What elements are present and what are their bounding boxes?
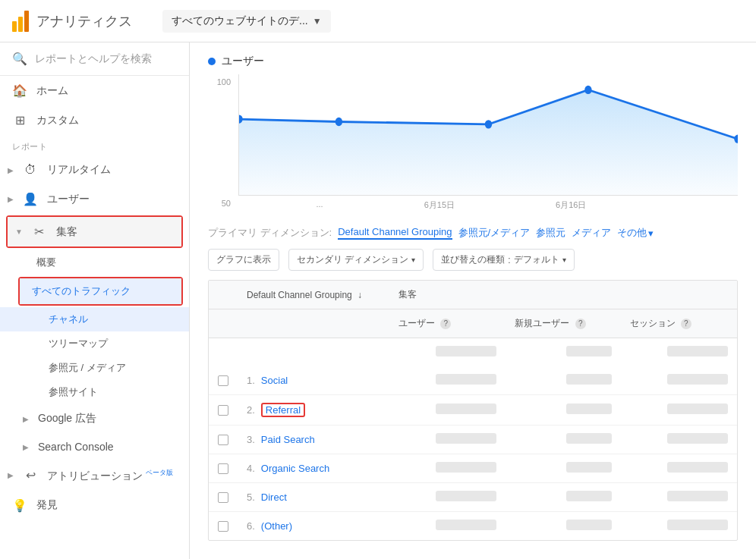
sidebar-item-users[interactable]: ▶ 👤 ユーザー	[0, 184, 189, 214]
chart-legend: ユーザー	[208, 55, 738, 68]
sidebar-item-search-console[interactable]: ▶ Search Console	[0, 433, 189, 460]
sidebar-item-discover[interactable]: 💡 発見	[0, 491, 189, 520]
sidebar-item-source-medium[interactable]: 参照元 / メディア	[0, 356, 189, 380]
chevron-down-icon: ▾	[648, 228, 654, 239]
channel-link-direct[interactable]: 5. Direct	[247, 491, 380, 503]
channel-link-other[interactable]: 6. (Other)	[247, 520, 380, 532]
channel-link-social[interactable]: 1. Social	[247, 375, 380, 386]
sidebar-item-realtime[interactable]: ▶ ⏱ リアルタイム	[0, 155, 189, 184]
dim-link-default-channel[interactable]: Default Channel Grouping	[338, 226, 452, 240]
search-placeholder: レポートとヘルプを検索	[35, 52, 152, 66]
expand-arrow-icon: ▼	[15, 228, 23, 236]
expand-arrow-icon: ▶	[23, 443, 29, 451]
social-new-users	[506, 366, 620, 395]
chart-dot-users	[208, 58, 216, 65]
chart-svg	[239, 74, 738, 195]
chart-y-50: 50	[208, 199, 231, 208]
table-row: 6. (Other)	[209, 512, 737, 541]
dim-link-medium[interactable]: メディア	[572, 226, 611, 240]
chevron-down-icon: ▼	[313, 16, 322, 27]
paid-search-new-users	[506, 426, 620, 454]
expand-arrow-icon: ▶	[8, 471, 14, 479]
search-icon: 🔍	[12, 52, 27, 66]
channel-cell-referral: 2. Referral	[238, 395, 389, 426]
sidebar-item-acquisition[interactable]: ▼ ✂ 集客	[8, 217, 181, 247]
channel-link-organic-search[interactable]: 4. Organic Search	[247, 463, 380, 474]
logo-icon	[12, 11, 29, 32]
help-sessions-icon[interactable]: ?	[681, 319, 691, 329]
sidebar-acquisition-group: ▼ ✂ 集客	[6, 215, 183, 248]
sort-icon: ↓	[358, 290, 362, 300]
row-checkbox-6[interactable]	[218, 521, 228, 532]
th-section-acquisition: 集客	[389, 281, 737, 309]
channels-table: Default Channel Grouping ↓ 集客 ユーザー ?	[209, 281, 737, 540]
chevron-down-icon: ▾	[562, 256, 566, 264]
sidebar-item-realtime-label: リアルタイム	[47, 163, 111, 177]
th-channel: Default Channel Grouping ↓	[238, 281, 389, 309]
chart-x-label-1: ...	[317, 199, 323, 211]
dim-link-source-medium[interactable]: 参照元/メディア	[458, 226, 531, 240]
sidebar-item-home[interactable]: 🏠 ホーム	[0, 76, 189, 105]
totals-row	[209, 338, 737, 367]
sidebar-item-attribution[interactable]: ▶ ↩ アトリビューション ベータ版	[0, 460, 189, 491]
secondary-dim-button[interactable]: セカンダリ ディメンション ▾	[288, 249, 424, 271]
help-new-users-icon[interactable]: ?	[575, 319, 586, 329]
logo-bar-3	[24, 11, 29, 32]
data-table: Default Channel Grouping ↓ 集客 ユーザー ?	[208, 280, 738, 541]
beta-badge: ベータ版	[146, 469, 173, 476]
row-checkbox-2[interactable]	[218, 405, 228, 416]
person-icon: 👤	[23, 192, 38, 206]
referral-new-users	[506, 395, 620, 426]
svg-point-3	[584, 86, 591, 94]
attribution-icon: ↩	[23, 468, 38, 482]
graph-display-button[interactable]: グラフに表示	[208, 249, 279, 271]
help-users-icon[interactable]: ?	[440, 319, 451, 329]
dim-link-other[interactable]: その他 ▾	[617, 226, 654, 240]
row-checkbox-3[interactable]	[218, 435, 228, 445]
main-layout: 🔍 レポートとヘルプを検索 🏠 ホーム ⊞ カスタム レポート ▶ ⏱ リアルタ…	[0, 42, 756, 559]
other-sessions	[621, 512, 737, 541]
property-selector[interactable]: すべてのウェブサイトのデ... ▼	[162, 10, 331, 33]
channel-link-paid-search[interactable]: 3. Paid Search	[247, 434, 380, 445]
primary-dimensions: プライマリ ディメンション: Default Channel Grouping …	[208, 226, 738, 240]
acquisition-icon: ✂	[32, 225, 47, 239]
th-users: ユーザー ?	[389, 309, 506, 338]
channel-link-referral[interactable]: 2. Referral	[247, 403, 380, 417]
chart-x-labels: ... 6月15日 6月16日	[266, 196, 738, 211]
row-checkbox-4[interactable]	[218, 463, 228, 474]
direct-sessions	[621, 483, 737, 512]
chart-x-label-3: 6月16日	[556, 199, 586, 211]
sidebar-item-google-ads[interactable]: ▶ Google 広告	[0, 404, 189, 433]
th-check	[209, 281, 238, 309]
table-row: 4. Organic Search	[209, 454, 737, 483]
totals-label	[238, 338, 389, 367]
direct-new-users	[506, 483, 620, 512]
chevron-down-icon: ▾	[411, 256, 415, 264]
bulb-icon: 💡	[12, 498, 27, 513]
clock-icon: ⏱	[23, 163, 38, 177]
channel-cell-other: 6. (Other)	[238, 512, 389, 541]
referral-users	[389, 395, 506, 426]
total-users	[389, 338, 506, 367]
sidebar-item-treemap[interactable]: ツリーマップ	[0, 331, 189, 356]
dim-link-source[interactable]: 参照元	[536, 226, 565, 240]
row-checkbox-1[interactable]	[218, 375, 228, 386]
sort-type-button[interactable]: 並び替えの種類 : デフォルト ▾	[433, 249, 574, 271]
sidebar-item-channels[interactable]: チャネル	[0, 307, 189, 331]
sidebar-item-custom[interactable]: ⊞ カスタム	[0, 105, 189, 135]
sidebar-item-overview[interactable]: 概要	[0, 250, 189, 275]
channel-cell-paid-search: 3. Paid Search	[238, 426, 389, 454]
sidebar-item-referrals[interactable]: 参照サイト	[0, 380, 189, 404]
sidebar-search[interactable]: 🔍 レポートとヘルプを検索	[0, 42, 189, 76]
referral-sessions	[621, 395, 737, 426]
th-sessions: セッション ?	[621, 309, 737, 338]
social-users	[389, 366, 506, 395]
row-checkbox-5[interactable]	[218, 492, 228, 503]
sidebar-item-all-traffic[interactable]: すべてのトラフィック	[20, 278, 181, 304]
th-check-2	[209, 309, 238, 338]
chart-section: ユーザー 100 50	[208, 55, 738, 211]
channel-cell-organic-search: 4. Organic Search	[238, 454, 389, 483]
social-sessions	[621, 366, 737, 395]
sidebar: 🔍 レポートとヘルプを検索 🏠 ホーム ⊞ カスタム レポート ▶ ⏱ リアルタ…	[0, 42, 190, 559]
th-channel-2	[238, 309, 389, 338]
